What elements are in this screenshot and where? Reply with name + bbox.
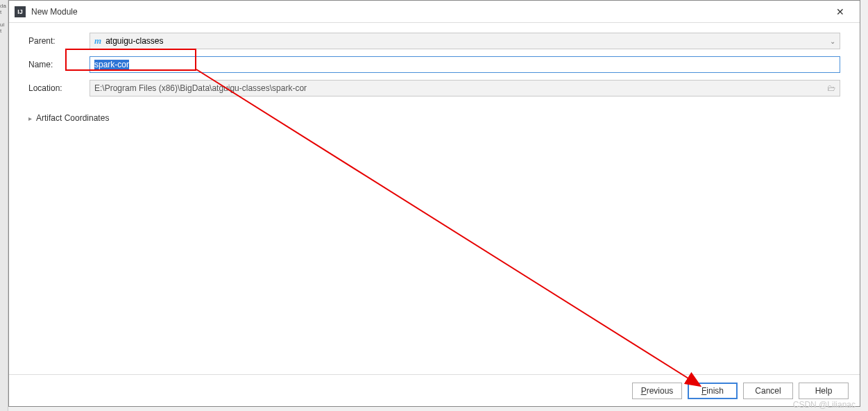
location-row: Location: E:\Program Files (x86)\BigData…: [28, 80, 840, 97]
name-row: Name:: [28, 56, 840, 73]
new-module-dialog: IJ New Module ✕ Parent: m atguigu-classe…: [8, 0, 860, 407]
name-label: Name:: [28, 60, 90, 69]
app-icon: IJ: [15, 6, 26, 17]
location-value: E:\Program Files (x86)\BigData\atguigu-c…: [94, 83, 307, 93]
close-icon[interactable]: ✕: [826, 2, 854, 22]
background-strip: datuit: [0, 0, 8, 411]
dialog-content: Parent: m atguigu-classes ⌄ Name: Locati…: [9, 23, 860, 374]
chevron-right-icon: ▸: [28, 115, 32, 122]
location-label: Location:: [28, 83, 90, 93]
help-button[interactable]: Help: [799, 383, 849, 399]
artifact-label: Artifact Coordinates: [36, 113, 109, 123]
finish-button[interactable]: Finish: [688, 383, 738, 399]
parent-label: Parent:: [28, 36, 90, 46]
dialog-footer: Previous Finish Cancel Help: [9, 374, 860, 406]
parent-row: Parent: m atguigu-classes ⌄: [28, 33, 840, 49]
chevron-down-icon: ⌄: [830, 37, 835, 45]
dialog-title: New Module: [31, 7, 826, 17]
folder-icon[interactable]: 🗁: [827, 83, 835, 93]
parent-dropdown[interactable]: m atguigu-classes ⌄: [90, 33, 840, 49]
titlebar: IJ New Module ✕: [9, 1, 860, 23]
cancel-button[interactable]: Cancel: [743, 383, 793, 399]
artifact-coordinates-toggle[interactable]: ▸ Artifact Coordinates: [28, 113, 840, 123]
location-field[interactable]: E:\Program Files (x86)\BigData\atguigu-c…: [90, 80, 840, 97]
previous-button[interactable]: Previous: [632, 383, 682, 399]
module-icon: m: [94, 35, 101, 47]
parent-value: atguigu-classes: [105, 36, 163, 46]
name-input[interactable]: [90, 56, 840, 73]
